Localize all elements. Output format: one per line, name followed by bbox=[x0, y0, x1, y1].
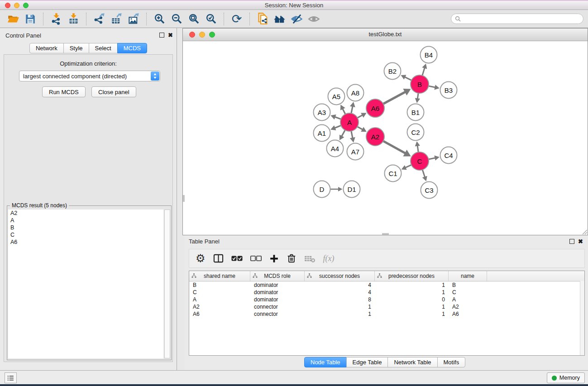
table-row[interactable]: Cdominator41C bbox=[189, 289, 584, 296]
tab-style[interactable]: Style bbox=[63, 43, 89, 53]
import-network-icon[interactable] bbox=[49, 12, 63, 26]
select-all-checkboxes-icon[interactable] bbox=[231, 255, 243, 262]
tab-mcds[interactable]: MCDS bbox=[117, 43, 147, 53]
edge-arrowhead bbox=[434, 156, 440, 161]
table-row[interactable]: A2connector11A2 bbox=[189, 303, 584, 310]
search-input[interactable] bbox=[464, 15, 579, 23]
mcds-tab-content: Optimization criterion: largest connecte… bbox=[4, 54, 173, 362]
refresh-icon[interactable]: ⟳ bbox=[229, 12, 244, 26]
column-header-filler bbox=[487, 271, 584, 281]
column-header-predecessor-nodes[interactable]: predecessor nodes bbox=[375, 271, 449, 281]
node-label-B3: B3 bbox=[445, 86, 453, 94]
mcds-result-item[interactable]: A bbox=[8, 217, 163, 224]
column-type-icon bbox=[377, 273, 382, 280]
save-session-icon[interactable] bbox=[23, 12, 38, 26]
node-label-B: B bbox=[417, 81, 422, 88]
mcds-result-list[interactable]: A2ABCA6 bbox=[8, 210, 163, 358]
function-builder-icon[interactable]: f(x) bbox=[323, 254, 335, 263]
zoom-selected-icon[interactable] bbox=[204, 12, 218, 26]
table-cell: C bbox=[449, 289, 487, 295]
node-label-C: C bbox=[417, 157, 422, 165]
node-label-C2: C2 bbox=[411, 129, 420, 136]
column-header-shared-name[interactable]: shared name bbox=[189, 271, 250, 281]
table-row[interactable]: Bdominator41B bbox=[189, 281, 584, 289]
mcds-result-item[interactable]: B bbox=[8, 224, 163, 231]
table-cell: 1 bbox=[375, 304, 449, 310]
network-canvas[interactable]: AA1A2A3A4A5A6A7A8BB1B2B3B4CC1C2C3C4DD1 bbox=[183, 41, 588, 235]
tab-network[interactable]: Network bbox=[29, 43, 64, 53]
zoom-out-icon[interactable] bbox=[169, 12, 184, 26]
window-titlebar: Session: New Session bbox=[0, 0, 588, 10]
export-table-icon[interactable] bbox=[109, 12, 124, 26]
column-header-mcds-role[interactable]: MCDS role bbox=[250, 271, 305, 281]
criterion-value: largest connected component (directed) bbox=[19, 73, 150, 80]
network-minimize-button[interactable] bbox=[199, 32, 205, 38]
import-table-icon[interactable] bbox=[66, 12, 81, 26]
table-cell: 8 bbox=[305, 296, 375, 303]
float-panel-icon[interactable] bbox=[159, 33, 164, 38]
table-cell: dominator bbox=[250, 282, 305, 288]
tab-network-table[interactable]: Network Table bbox=[387, 357, 437, 367]
deselect-all-checkboxes-icon[interactable] bbox=[250, 255, 262, 262]
minimize-window-button[interactable] bbox=[14, 3, 19, 8]
zoom-fit-icon[interactable] bbox=[186, 12, 201, 26]
tab-edge-table[interactable]: Edge Table bbox=[346, 357, 388, 367]
table-cell: B bbox=[189, 282, 250, 288]
status-bar: Memory bbox=[0, 370, 588, 384]
resize-grip-icon[interactable] bbox=[581, 228, 587, 234]
network-maximize-button[interactable] bbox=[209, 32, 215, 38]
float-table-panel-icon[interactable] bbox=[569, 239, 574, 244]
table-toolbar: ⚙ f(x) bbox=[189, 249, 585, 268]
maximize-window-button[interactable] bbox=[23, 3, 29, 8]
table-cell: A bbox=[449, 296, 487, 303]
new-network-from-selection-icon[interactable] bbox=[255, 12, 270, 26]
delete-table-icon[interactable] bbox=[304, 254, 316, 263]
run-mcds-button[interactable]: Run MCDS bbox=[42, 86, 86, 97]
zoom-in-icon[interactable] bbox=[152, 12, 167, 26]
network-close-button[interactable] bbox=[189, 32, 195, 38]
close-window-button[interactable] bbox=[5, 3, 10, 8]
mcds-result-item[interactable]: A6 bbox=[8, 238, 163, 246]
add-column-icon[interactable] bbox=[269, 254, 279, 263]
home-icon[interactable] bbox=[272, 12, 287, 26]
hide-graphics-details-icon[interactable] bbox=[307, 12, 321, 26]
export-image-icon[interactable] bbox=[126, 12, 141, 26]
table-cell: connector bbox=[250, 304, 305, 310]
close-panel-icon[interactable]: ✖ bbox=[168, 32, 173, 38]
edge-arrowhead bbox=[434, 85, 440, 90]
delete-column-icon[interactable] bbox=[287, 253, 296, 263]
control-panel-tabs: NetworkStyleSelectMCDS bbox=[0, 43, 177, 53]
mcds-result-scrollbar[interactable] bbox=[164, 210, 170, 358]
table-cell: A2 bbox=[189, 304, 250, 310]
search-field[interactable] bbox=[451, 14, 583, 24]
table-cell: 1 bbox=[375, 311, 449, 317]
table-cell: A6 bbox=[449, 311, 487, 317]
table-settings-gear-icon[interactable]: ⚙ bbox=[196, 252, 206, 265]
criterion-dropdown[interactable]: largest connected component (directed) bbox=[19, 71, 160, 81]
column-header-successor-nodes[interactable]: successor nodes bbox=[305, 271, 375, 281]
tab-motifs[interactable]: Motifs bbox=[437, 357, 466, 367]
table-row[interactable]: Adominator80A bbox=[189, 296, 584, 303]
column-header-name[interactable]: name bbox=[449, 271, 487, 281]
node-label-A7: A7 bbox=[351, 148, 359, 156]
node-label-C3: C3 bbox=[425, 186, 433, 194]
table-scrollbar[interactable] bbox=[580, 281, 584, 355]
table-cell: 4 bbox=[305, 289, 375, 295]
table-cell: 4 bbox=[305, 282, 375, 288]
show-columns-icon[interactable] bbox=[213, 253, 224, 264]
mcds-result-item[interactable]: A2 bbox=[8, 210, 163, 217]
table-cell: connector bbox=[250, 311, 305, 317]
show-graphics-details-icon[interactable] bbox=[290, 12, 304, 26]
tab-node-table[interactable]: Node Table bbox=[304, 357, 347, 367]
export-network-icon[interactable] bbox=[92, 12, 106, 26]
memory-button[interactable]: Memory bbox=[547, 372, 585, 383]
table-cell: B bbox=[449, 282, 487, 288]
tab-select[interactable]: Select bbox=[89, 43, 118, 53]
close-panel-button[interactable]: Close panel bbox=[91, 86, 136, 97]
task-history-button[interactable] bbox=[5, 372, 17, 383]
close-table-panel-icon[interactable]: ✖ bbox=[578, 238, 583, 244]
open-session-icon[interactable] bbox=[6, 12, 20, 26]
mcds-result-item[interactable]: C bbox=[8, 231, 163, 238]
table-row[interactable]: A6connector11A6 bbox=[189, 310, 584, 318]
control-panel: Control Panel ✖ NetworkStyleSelectMCDS O… bbox=[0, 28, 177, 370]
